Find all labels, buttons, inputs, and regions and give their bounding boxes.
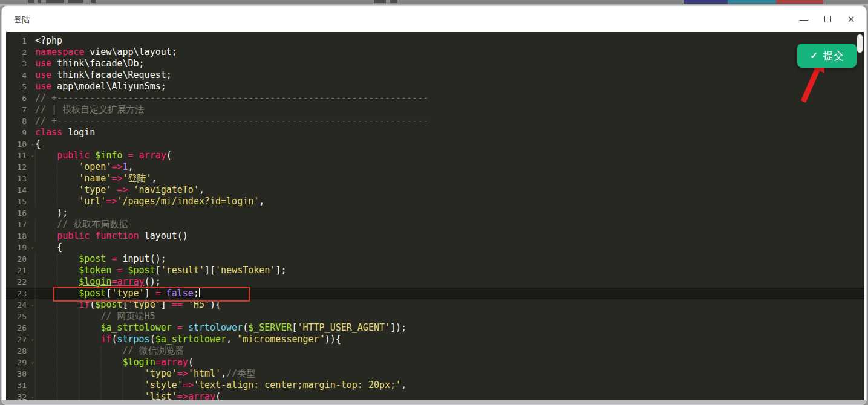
code-line: 2namespace view\app\layout; — [6, 47, 864, 58]
code-line: 29▾ $login=array( — [6, 357, 864, 368]
title-bar: 登陆 — ✕ — [2, 6, 866, 32]
line-number: 20 — [6, 253, 35, 265]
line-number: 22 — [6, 276, 35, 288]
code-line: 17 // 获取布局数据 — [6, 219, 864, 230]
code-line: 3use think\facade\Db; — [6, 58, 864, 70]
code-line: 15 'url'=>'/pages/mi/index?id=login', — [6, 196, 864, 207]
line-number: 28 — [6, 345, 35, 357]
code-line: 6// +-----------------------------------… — [6, 92, 864, 104]
code-editor[interactable]: 1<?php2namespace view\app\layout;3use th… — [6, 32, 864, 400]
code-text: 'list'=>array( — [35, 391, 221, 400]
background-window-strip-mark — [374, 0, 386, 3]
code-text: // 网页端H5 — [35, 311, 155, 322]
fold-arrow-icon[interactable]: ▾ — [31, 334, 34, 346]
code-line: 13 'name'=>'登陆', — [6, 173, 864, 184]
code-text: $token = $post['result']['newsToken']; — [35, 265, 286, 276]
check-icon: ✓ — [810, 50, 818, 61]
line-number: 8 — [6, 115, 35, 127]
maximize-icon — [824, 16, 831, 22]
code-line: 8// +-----------------------------------… — [6, 115, 864, 127]
login-dialog-window: 登陆 — ✕ 1<?php2namespace view\app\layout;… — [1, 5, 867, 405]
code-line: 12 'open'=>1, — [6, 161, 864, 173]
line-number: 29▾ — [6, 357, 35, 368]
code-line: 23 $post['type'] = false; — [6, 288, 864, 299]
line-number: 15 — [6, 196, 35, 207]
line-number: 13 — [6, 173, 35, 184]
background-window-strip-mark — [91, 0, 96, 3]
line-number: 3 — [6, 58, 35, 70]
vertical-scrollbar-thumb[interactable] — [857, 34, 863, 53]
line-number: 4 — [6, 70, 35, 81]
line-number: 9 — [6, 127, 35, 138]
fold-arrow-icon[interactable]: ▾ — [31, 392, 34, 400]
line-number: 27▾ — [6, 334, 35, 345]
line-number: 32▾ — [6, 391, 35, 400]
line-number: 1 — [6, 35, 35, 47]
line-number: 16 — [6, 207, 35, 219]
background-window-strip-mark — [28, 0, 34, 3]
fold-arrow-icon[interactable]: ▾ — [31, 357, 34, 369]
fold-arrow-icon[interactable]: ▾ — [31, 139, 34, 151]
code-text: $login=array(); — [35, 276, 161, 288]
maximize-button[interactable] — [820, 11, 835, 27]
minimize-button[interactable]: — — [796, 11, 812, 27]
code-text: $a_strtolower = strtolower($_SERVER['HTT… — [35, 322, 406, 334]
code-text: { — [35, 138, 41, 150]
submit-button-label: 提交 — [823, 49, 844, 63]
line-number: 24▾ — [6, 299, 35, 311]
line-number: 12 — [6, 161, 35, 173]
code-text: // 微信浏览器 — [35, 345, 184, 357]
code-text: ); — [35, 207, 68, 219]
code-line: 16 ); — [6, 207, 864, 219]
line-number: 7 — [6, 104, 35, 115]
code-line: 1<?php — [6, 35, 864, 47]
code-line: 10▾{ — [6, 138, 864, 150]
code-text: namespace view\app\layout; — [35, 47, 177, 58]
code-line: 26 $a_strtolower = strtolower($_SERVER['… — [6, 322, 864, 334]
code-text: { — [35, 242, 62, 253]
code-line: 9class login — [6, 127, 864, 138]
code-line: 31 'style'=>'text-align: center;margin-t… — [6, 380, 864, 391]
window-controls: — ✕ — [796, 6, 859, 32]
code-line: 30 'type'=>'html',//类型 — [6, 368, 864, 380]
code-text: // +------------------------------------… — [35, 92, 428, 104]
line-number: 23 — [6, 288, 35, 299]
screen: 登陆 — ✕ 1<?php2namespace view\app\layout;… — [0, 0, 868, 405]
code-line: 18 public function layout() — [6, 230, 864, 242]
text-cursor — [199, 288, 200, 297]
code-text: 'type' => 'navigateTo', — [35, 184, 204, 196]
line-number: 30 — [6, 368, 35, 380]
code-line: 7// | 模板自定义扩展方法 — [6, 104, 864, 115]
line-number: 18 — [6, 230, 35, 242]
code-line: 27▾ if(strpos($a_strtolower, "micromesse… — [6, 334, 864, 345]
window-title: 登陆 — [14, 15, 30, 25]
code-text: 'url'=>'/pages/mi/index?id=login', — [35, 196, 264, 207]
background-window-strip-mark — [38, 0, 41, 3]
background-window-strip-mark — [46, 0, 64, 3]
code-text: use think\facade\Db; — [35, 58, 145, 70]
code-text: 'type'=>'html',//类型 — [35, 368, 255, 380]
code-line: 25 // 网页端H5 — [6, 311, 864, 322]
close-button[interactable]: ✕ — [843, 11, 859, 27]
line-number: 10▾ — [6, 138, 35, 150]
fold-arrow-icon[interactable]: ▾ — [31, 151, 34, 162]
code-line: 20 $post = input(); — [6, 253, 864, 265]
code-line: 24▾ if($post['type'] == 'H5'){ — [6, 299, 864, 311]
submit-button[interactable]: ✓ 提交 — [797, 44, 857, 68]
background-window-strip-segment — [728, 0, 776, 4]
fold-arrow-icon[interactable]: ▾ — [31, 242, 34, 254]
line-number: 11▾ — [6, 150, 35, 161]
code-line: 11▾ public $info = array( — [6, 150, 864, 161]
background-window-strip-mark — [68, 0, 83, 3]
code-text: use think\facade\Request; — [35, 70, 172, 81]
code-line: 32▾ 'list'=>array( — [6, 391, 864, 400]
code-text: use app\model\AliyunSms; — [35, 81, 166, 92]
fold-arrow-icon[interactable]: ▾ — [31, 300, 34, 311]
code-text: 'open'=>1, — [35, 161, 134, 173]
line-number: 31 — [6, 380, 35, 391]
code-text: $login=array( — [35, 357, 194, 368]
code-line: 19▾ { — [6, 242, 864, 253]
line-number: 2 — [6, 47, 35, 58]
code-line: 22 $login=array(); — [6, 276, 864, 288]
line-number: 6 — [6, 92, 35, 104]
